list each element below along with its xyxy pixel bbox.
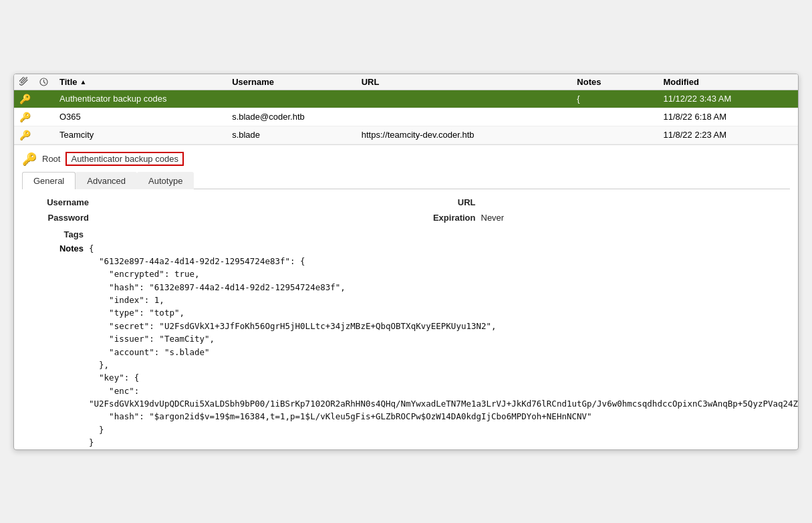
fields-grid: Username URL Password Expiration Never bbox=[22, 196, 790, 223]
notes-section: Notes { "6132e897-44a2-4d14-92d2-1295472… bbox=[22, 242, 790, 449]
table-row[interactable]: 🔑 O365 s.blade@coder.htb 11/8/22 6:18 AM bbox=[14, 108, 798, 126]
title-cell-row3: Teamcity bbox=[59, 130, 232, 140]
modified-column-header[interactable]: Modified bbox=[663, 77, 793, 87]
url-label: URL bbox=[409, 196, 476, 207]
history-icon bbox=[39, 78, 59, 86]
modified-cell-row2: 11/8/22 6:18 AM bbox=[663, 112, 793, 122]
password-value bbox=[94, 211, 404, 223]
detail-section: 🔑 Root Authenticator backup codes Genera… bbox=[14, 145, 798, 449]
tab-autotype[interactable]: Autotype bbox=[137, 172, 194, 189]
table-row[interactable]: 🔑 Teamcity s.blade https://teamcity-dev.… bbox=[14, 126, 798, 144]
username-label: Username bbox=[22, 196, 89, 207]
table-row[interactable]: 🔑 Authenticator backup codes { 11/12/22 … bbox=[14, 90, 798, 108]
attachment-icon bbox=[19, 77, 39, 86]
expiration-label: Expiration bbox=[409, 211, 476, 223]
username-cell-row2: s.blade@coder.htb bbox=[232, 112, 362, 122]
entries-table: Title ▲ Username URL Notes Modified 🔑 Au… bbox=[14, 74, 798, 145]
title-cell-row2: O365 bbox=[59, 112, 232, 122]
modified-cell-row1: 11/12/22 3:43 AM bbox=[663, 94, 793, 104]
breadcrumb-key-icon: 🔑 bbox=[22, 152, 37, 167]
breadcrumb: 🔑 Root Authenticator backup codes bbox=[22, 152, 790, 167]
key-icon-row3: 🔑 bbox=[19, 130, 39, 140]
table-header-row: Title ▲ Username URL Notes Modified bbox=[14, 74, 798, 90]
username-cell-row3: s.blade bbox=[232, 130, 362, 140]
url-value bbox=[481, 196, 791, 207]
tags-row: Tags bbox=[22, 228, 790, 239]
detail-tabs: General Advanced Autotype bbox=[22, 172, 790, 189]
breadcrumb-title: Authenticator backup codes bbox=[65, 152, 183, 166]
notes-label: Notes bbox=[22, 242, 84, 449]
title-cell-row1: Authenticator backup codes bbox=[59, 94, 232, 104]
tags-label: Tags bbox=[22, 228, 84, 239]
key-icon-row2: 🔑 bbox=[19, 112, 39, 122]
password-label: Password bbox=[22, 211, 89, 223]
notes-content: { "6132e897-44a2-4d14-92d2-12954724e83f"… bbox=[89, 242, 799, 449]
tab-general[interactable]: General bbox=[22, 172, 76, 189]
key-icon-row1: 🔑 bbox=[19, 94, 39, 104]
url-cell-row3: https://teamcity-dev.coder.htb bbox=[362, 130, 577, 140]
sort-arrow-icon: ▲ bbox=[80, 78, 87, 86]
notes-column-header[interactable]: Notes bbox=[577, 77, 663, 87]
expiration-value: Never bbox=[481, 211, 791, 223]
tab-advanced[interactable]: Advanced bbox=[76, 172, 137, 189]
url-column-header[interactable]: URL bbox=[362, 77, 577, 87]
main-window: Title ▲ Username URL Notes Modified 🔑 Au… bbox=[13, 74, 799, 450]
notes-cell-row1: { bbox=[577, 94, 663, 104]
title-column-header[interactable]: Title ▲ bbox=[59, 77, 232, 87]
modified-cell-row3: 11/8/22 2:23 AM bbox=[663, 130, 793, 140]
breadcrumb-root-label: Root bbox=[42, 154, 60, 164]
username-column-header[interactable]: Username bbox=[232, 77, 362, 87]
username-value bbox=[94, 196, 404, 207]
